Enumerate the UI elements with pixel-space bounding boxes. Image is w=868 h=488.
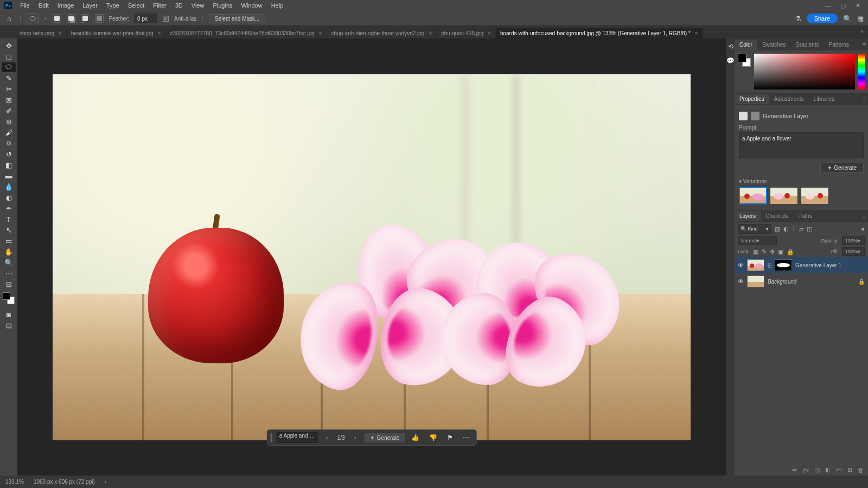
color-field[interactable] [754,54,855,89]
quick-mask-icon[interactable]: ◙ [2,310,16,319]
generate-button-panel[interactable]: ✦Generate [820,163,864,173]
hue-slider[interactable] [858,54,865,89]
layer-name[interactable]: Background [768,279,855,285]
new-group-icon[interactable]: 🗀 [836,467,842,473]
foreground-background-color[interactable] [3,292,15,304]
pen-tool[interactable]: ✒ [2,203,16,213]
doc-info[interactable]: 1060 px x 606 px (72 ppi) [34,479,95,485]
color-fgbg[interactable] [738,54,751,67]
selection-mode-subtract[interactable] [81,14,90,23]
tab-paths[interactable]: Paths [793,211,817,221]
blend-mode-select[interactable]: Normal ▾ [738,236,777,245]
tab-layers[interactable]: Layers [735,211,761,221]
doc-tab[interactable]: z3928108777780_73c80df474489be28bf638033… [165,28,327,38]
healing-tool[interactable]: ⊕ [2,117,16,126]
home-icon[interactable]: ⌂ [4,14,14,23]
hand-tool[interactable]: ✋ [2,247,16,256]
tab-adjustments[interactable]: Adjustments [769,94,809,104]
eyedropper-tool[interactable]: ✐ [2,106,16,115]
menu-help[interactable]: Help [267,1,288,10]
tab-close-icon[interactable]: × [158,30,161,36]
lock-artboard-icon[interactable]: ▣ [778,248,783,255]
crop-tool[interactable]: ✂ [2,84,16,94]
contextual-taskbar[interactable]: a Apple and a flo... ‹ 1/3 › ✦Generate 👍… [267,429,477,446]
doc-tab[interactable]: beautiful-sunrise-wat-phra-that.jpg× [67,28,166,38]
beaker-icon[interactable]: ⚗ [795,15,801,23]
flag-icon[interactable]: ⚑ [444,434,456,441]
thumbs-down-icon[interactable]: 👎 [426,434,441,441]
visibility-toggle-icon[interactable]: 👁 [738,278,744,285]
menu-3d[interactable]: 3D [171,1,187,10]
layer-name[interactable]: Generative Layer 1 [795,262,865,268]
menu-file[interactable]: File [16,1,34,10]
selection-mode-intersect[interactable] [95,14,104,23]
stamp-tool[interactable]: ⧇ [2,138,16,148]
edit-toolbar[interactable]: ⊟ [2,279,16,289]
prompt-mini-input[interactable]: a Apple and a flo... [277,432,318,443]
menu-type[interactable]: Type [103,1,123,10]
screen-mode-icon[interactable]: ⊡ [2,320,16,330]
tabs-overflow-icon[interactable]: » [860,28,864,34]
lock-position-icon[interactable]: ✎ [762,248,767,255]
layer-row[interactable]: 👁 ⎘ Generative Layer 1 [735,257,868,273]
filter-pixel-icon[interactable]: ▧ [775,226,780,233]
thumbs-up-icon[interactable]: 👍 [408,434,423,441]
tab-close-icon[interactable]: × [695,30,698,36]
variation-thumb-1[interactable] [739,187,767,204]
doc-tab[interactable]: phu-quoc-435.jpg× [437,28,496,38]
panel-menu-icon[interactable]: ≡ [863,95,866,102]
quick-select-tool[interactable]: ✎ [2,73,16,83]
layer-thumbnail[interactable] [747,275,764,287]
lock-pixels-icon[interactable]: ▦ [753,248,758,255]
layer-thumbnail[interactable] [747,259,764,271]
menu-layer[interactable]: Layer [79,1,101,10]
menu-select[interactable]: Select [124,1,149,10]
document-canvas[interactable] [53,74,691,440]
tab-channels[interactable]: Channels [761,211,793,221]
antialias-checkbox[interactable]: ✓ [163,16,169,22]
variation-thumb-3[interactable] [801,187,829,204]
filter-type-icon[interactable]: T [792,226,796,232]
layer-row[interactable]: 👁 Background 🔒 [735,273,868,290]
tab-close-icon[interactable]: × [319,30,322,36]
feather-input[interactable] [135,14,157,23]
move-tool[interactable]: ✥ [2,41,16,50]
variation-next-button[interactable]: › [349,432,361,444]
type-tool[interactable]: T [2,214,16,224]
dodge-tool[interactable]: ◐ [2,192,16,202]
lock-move-icon[interactable]: ✥ [770,248,775,255]
collapsed-panel-icon[interactable]: ⟲ [728,43,733,50]
blur-tool[interactable]: 💧 [2,182,16,191]
zoom-tool[interactable]: 🔍 [2,258,16,267]
foreground-color-swatch[interactable] [3,292,10,300]
visibility-toggle-icon[interactable]: 👁 [738,262,744,268]
workspace-icon[interactable]: ▦ [857,15,864,23]
layer-fx-icon[interactable]: ƒx [802,467,809,473]
menu-filter[interactable]: Filter [149,1,170,10]
selection-mode-new[interactable] [53,14,61,23]
generate-button[interactable]: ✦Generate [365,433,405,442]
eraser-tool[interactable]: ◧ [2,160,16,170]
collapsed-panel-icon[interactable]: 💬 [726,57,735,65]
fill-input[interactable]: 100% ▾ [842,247,865,256]
tab-close-icon[interactable]: × [488,30,491,36]
opacity-input[interactable]: 100% ▾ [842,236,865,245]
prompt-textarea[interactable]: a Apple and a flower [739,132,864,158]
lasso-tool[interactable] [2,62,16,72]
history-brush-tool[interactable]: ↺ [2,149,16,159]
menu-plugins[interactable]: Plugins [209,1,236,10]
add-adjustment-icon[interactable]: ◐ [825,466,831,473]
maximize-icon[interactable]: ▢ [840,2,846,9]
menu-window[interactable]: Window [238,1,266,10]
tab-close-icon[interactable]: × [429,30,432,36]
variation-prev-button[interactable]: ‹ [321,432,333,444]
brush-tool[interactable]: 🖌 [2,127,16,137]
variation-thumb-2[interactable] [770,187,798,204]
tab-properties[interactable]: Properties [735,94,769,104]
new-layer-icon[interactable]: ⊞ [847,466,852,473]
active-tool-indicator[interactable] [27,14,39,23]
filter-smart-icon[interactable]: ◫ [807,226,812,233]
filter-toggle-icon[interactable]: ● [861,226,865,232]
tab-libraries[interactable]: Libraries [809,94,839,104]
tab-color[interactable]: Color [735,40,757,50]
